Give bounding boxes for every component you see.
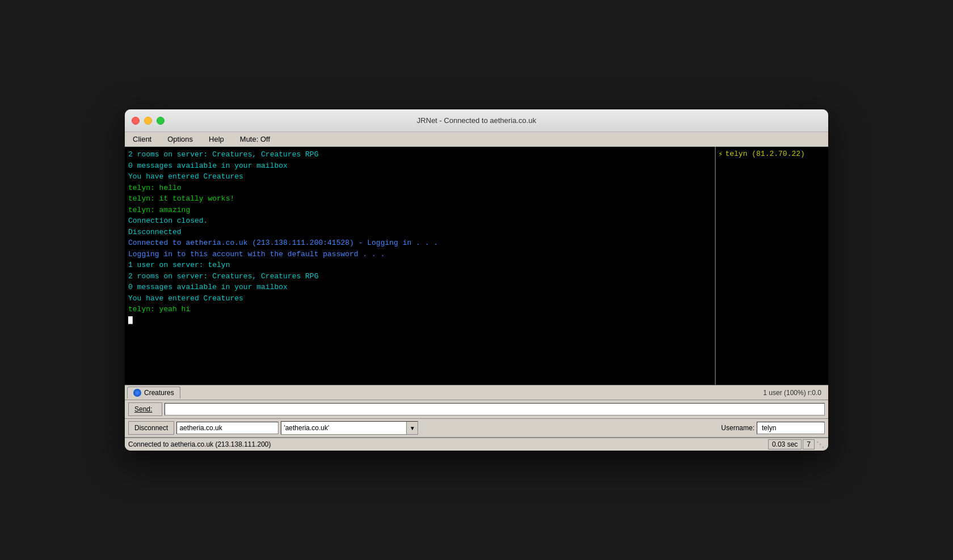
sidebar-username: telyn (81.2.70.22)	[725, 150, 804, 158]
chat-line: 0 messages available in your mailbox	[128, 282, 711, 293]
menubar: Client Options Help Mute: Off	[125, 132, 828, 147]
send-button[interactable]: Send:	[128, 402, 162, 416]
chat-line: 2 rooms on server: Creatures, Creatures …	[128, 149, 711, 160]
input-row: Send:	[125, 400, 828, 419]
cursor-line: █	[128, 315, 711, 326]
chat-input[interactable]	[165, 403, 825, 415]
sidebar-user: ⚡ telyn (81.2.70.22)	[718, 149, 826, 159]
chat-line: Connection closed.	[128, 215, 711, 227]
tab-list: Creatures	[127, 387, 180, 398]
server-select-wrapper: 'aetheria.co.uk' ▼	[281, 421, 418, 435]
send-underline: S	[134, 405, 139, 413]
status-num: 7	[803, 439, 815, 449]
tabbar: Creatures 1 user (100%) r:0.0	[125, 385, 828, 400]
window-title: JRNet - Connected to aetheria.co.uk	[417, 116, 536, 125]
minimize-button[interactable]	[144, 117, 152, 125]
room-icon	[133, 389, 141, 397]
chat-line: telyn: amazing	[128, 205, 711, 216]
status-text: Connected to aetheria.co.uk (213.138.111…	[128, 440, 766, 448]
maximize-button[interactable]	[157, 117, 165, 125]
main-content: 2 rooms on server: Creatures, Creatures …	[125, 147, 828, 385]
main-window: JRNet - Connected to aetheria.co.uk Clie…	[125, 109, 828, 451]
chat-line: telyn: hello	[128, 183, 711, 194]
username-display: telyn	[757, 422, 825, 434]
chat-line: telyn: yeah hi	[128, 304, 711, 315]
chat-line: 1 user on server: telyn	[128, 260, 711, 271]
window-controls	[132, 117, 165, 125]
chat-line: 0 messages available in your mailbox	[128, 160, 711, 172]
status-time: 0.03 sec	[768, 439, 802, 449]
server-host-input[interactable]	[176, 422, 279, 434]
chat-log[interactable]: 2 rooms on server: Creatures, Creatures …	[125, 147, 715, 385]
bottom-row: Disconnect 'aetheria.co.uk' ▼ Username: …	[125, 419, 828, 438]
chat-line: Connected to aetheria.co.uk (213.138.111…	[128, 237, 711, 249]
chat-line: telyn: it totally works!	[128, 193, 711, 205]
statusbar: Connected to aetheria.co.uk (213.138.111…	[125, 438, 828, 451]
close-button[interactable]	[132, 117, 140, 125]
menu-help[interactable]: Help	[205, 134, 227, 145]
lightning-icon: ⚡	[718, 149, 723, 159]
tab-creatures[interactable]: Creatures	[127, 387, 180, 398]
menu-options[interactable]: Options	[164, 134, 196, 145]
server-select[interactable]: 'aetheria.co.uk'	[281, 422, 406, 434]
send-label-rest: end:	[139, 405, 152, 413]
sidebar: ⚡ telyn (81.2.70.22)	[715, 147, 828, 385]
select-arrow-button[interactable]: ▼	[406, 422, 418, 434]
chat-line: 2 rooms on server: Creatures, Creatures …	[128, 271, 711, 282]
titlebar: JRNet - Connected to aetheria.co.uk	[125, 109, 828, 132]
chat-line: Logging in to this account with the defa…	[128, 249, 711, 260]
disconnect-button[interactable]: Disconnect	[128, 421, 174, 435]
username-label: Username:	[721, 424, 754, 432]
chat-line: You have entered Creatures	[128, 293, 711, 304]
tab-label: Creatures	[144, 389, 174, 397]
menu-mute[interactable]: Mute: Off	[237, 134, 273, 145]
chat-line: Disconnected	[128, 227, 711, 238]
resize-grip-icon[interactable]: ⋱	[816, 440, 825, 449]
username-value: telyn	[762, 424, 776, 432]
tab-status: 1 user (100%) r:0.0	[763, 389, 826, 397]
menu-client[interactable]: Client	[129, 134, 155, 145]
chat-line: You have entered Creatures	[128, 171, 711, 183]
